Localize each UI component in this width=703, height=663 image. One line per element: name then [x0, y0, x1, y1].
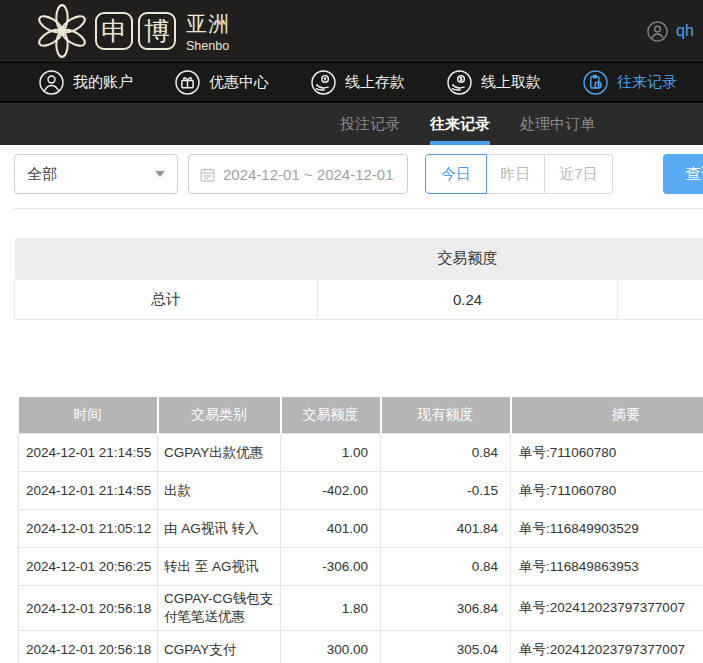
cell-time: 2024-12-01 20:56:25: [19, 548, 158, 586]
nav-label: 往来记录: [617, 73, 677, 92]
cell-note: 单号:116849863953: [511, 548, 703, 586]
summary-total-value: 0.24: [318, 279, 618, 319]
summary-total-row: 总计 0.24: [15, 279, 703, 319]
col-header-amount: 交易额度: [281, 397, 381, 434]
records-table: 时间 交易类别 交易额度 现有额度 摘要 2024-12-01 21:14:55…: [18, 397, 703, 663]
summary-empty-cell: [618, 279, 703, 319]
brand-header: 申 博 亚洲 Shenbo qh: [0, 0, 703, 62]
cell-balance: 0.84: [381, 548, 511, 586]
nav-item-promotions[interactable]: 优惠中心: [174, 69, 269, 96]
cell-time: 2024-12-01 21:14:55: [19, 434, 158, 472]
cell-time: 2024-12-01 20:56:18: [19, 586, 158, 631]
last7days-button[interactable]: 近7日: [545, 154, 613, 194]
date-range-input[interactable]: 2024-12-01 ~ 2024-12-01: [188, 154, 408, 194]
section-divider: [14, 208, 703, 209]
type-select[interactable]: 全部: [14, 154, 178, 194]
table-row: 2024-12-01 21:14:55 出款 -402.00 -0.15 单号:…: [19, 472, 703, 510]
nav-label: 线上存款: [345, 73, 405, 92]
records-table-body: 2024-12-01 21:14:55 CGPAY出款优惠 1.00 0.84 …: [19, 434, 703, 663]
withdraw-icon: [446, 69, 473, 96]
cell-type: CGPAY支付: [158, 631, 281, 663]
deposit-icon: [310, 69, 337, 96]
cell-balance: 305.04: [381, 631, 511, 663]
today-button[interactable]: 今日: [425, 154, 487, 194]
col-header-type: 交易类别: [158, 397, 281, 434]
table-row: 2024-12-01 21:14:55 CGPAY出款优惠 1.00 0.84 …: [19, 434, 703, 472]
cell-time: 2024-12-01 21:14:55: [19, 472, 158, 510]
nav-label: 优惠中心: [209, 73, 269, 92]
user-account-area[interactable]: qh: [646, 0, 694, 62]
filter-bar: 全部 2024-12-01 ~ 2024-12-01 今日 昨日 近7日 查询: [14, 154, 703, 194]
records-tab-bar: 投注记录 往来记录 处理中订单: [0, 103, 703, 145]
cell-amount: 1.00: [281, 434, 381, 472]
cell-note: 单号:711060780: [511, 472, 703, 510]
cell-balance: 306.84: [381, 586, 511, 631]
cell-time: 2024-12-01 21:05:12: [19, 510, 158, 548]
summary-header-amount: 交易额度: [318, 238, 618, 279]
nav-item-my-account[interactable]: 我的账户: [38, 69, 133, 96]
cell-note: 单号:711060780: [511, 434, 703, 472]
cell-balance: -0.15: [381, 472, 511, 510]
quick-date-buttons: 今日 昨日 近7日: [425, 154, 613, 194]
tab-pending-orders[interactable]: 处理中订单: [520, 103, 595, 145]
summary-header-empty: [15, 238, 318, 279]
logo-char-shen: 申: [95, 12, 133, 50]
logo-region-cn: 亚洲: [186, 10, 230, 38]
logo-region: 亚洲 Shenbo: [186, 10, 230, 53]
cell-amount: -306.00: [281, 548, 381, 586]
table-row: 2024-12-01 20:56:18 CGPAY支付 300.00 305.0…: [19, 631, 703, 663]
chevron-down-icon: [155, 171, 165, 177]
promo-icon: [174, 69, 201, 96]
tab-betting-records[interactable]: 投注记录: [340, 103, 400, 145]
flower-logo-icon: [33, 2, 91, 60]
account-icon: [38, 69, 65, 96]
cell-amount: -402.00: [281, 472, 381, 510]
brand-logo[interactable]: 申 博 亚洲 Shenbo: [95, 10, 230, 53]
nav-label: 线上取款: [481, 73, 541, 92]
records-section: 时间 交易类别 交易额度 现有额度 摘要 2024-12-01 21:14:55…: [18, 397, 703, 663]
summary-table: 交易额度 总计 0.24: [14, 238, 703, 320]
table-row: 2024-12-01 20:56:25 转出 至 AG视讯 -306.00 0.…: [19, 548, 703, 586]
main-nav: 我的账户 优惠中心 线上存款 线上取款: [0, 62, 703, 103]
cell-type: 转出 至 AG视讯: [158, 548, 281, 586]
col-header-balance: 现有额度: [381, 397, 511, 434]
type-select-value: 全部: [27, 165, 57, 184]
cell-type: CGPAY出款优惠: [158, 434, 281, 472]
logo-region-en: Shenbo: [186, 39, 230, 53]
col-header-time: 时间: [19, 397, 158, 434]
records-table-header: 时间 交易类别 交易额度 现有额度 摘要: [19, 397, 703, 434]
avatar-icon: [646, 20, 669, 43]
username-text: qh: [676, 22, 694, 40]
nav-item-records[interactable]: 往来记录: [582, 69, 677, 96]
col-header-note: 摘要: [511, 397, 703, 434]
summary-header-empty: [618, 238, 703, 279]
cell-note: 单号:202412023797377007: [511, 586, 703, 631]
cell-type: 出款: [158, 472, 281, 510]
date-range-value: 2024-12-01 ~ 2024-12-01: [223, 166, 394, 183]
nav-label: 我的账户: [73, 73, 133, 92]
cell-type: CGPAY-CG钱包支付笔笔送优惠: [158, 586, 281, 631]
nav-item-deposit[interactable]: 线上存款: [310, 69, 405, 96]
table-row: 2024-12-01 21:05:12 由 AG视讯 转入 401.00 401…: [19, 510, 703, 548]
cell-amount: 401.00: [281, 510, 381, 548]
logo-char-bo: 博: [138, 12, 176, 50]
records-icon: [582, 69, 609, 96]
cell-time: 2024-12-01 20:56:18: [19, 631, 158, 663]
yesterday-button[interactable]: 昨日: [487, 154, 545, 194]
cell-note: 单号:116849903529: [511, 510, 703, 548]
cell-balance: 401.84: [381, 510, 511, 548]
calendar-icon: [199, 166, 216, 183]
cell-amount: 300.00: [281, 631, 381, 663]
search-button[interactable]: 查询: [663, 154, 703, 194]
tab-transaction-records[interactable]: 往来记录: [430, 103, 490, 145]
cell-amount: 1.80: [281, 586, 381, 631]
table-row: 2024-12-01 20:56:18 CGPAY-CG钱包支付笔笔送优惠 1.…: [19, 586, 703, 631]
summary-header-row: 交易额度: [15, 238, 703, 279]
cell-note: 单号:202412023797377007: [511, 631, 703, 663]
cell-balance: 0.84: [381, 434, 511, 472]
nav-item-withdraw[interactable]: 线上取款: [446, 69, 541, 96]
cell-type: 由 AG视讯 转入: [158, 510, 281, 548]
summary-total-label: 总计: [15, 279, 318, 319]
